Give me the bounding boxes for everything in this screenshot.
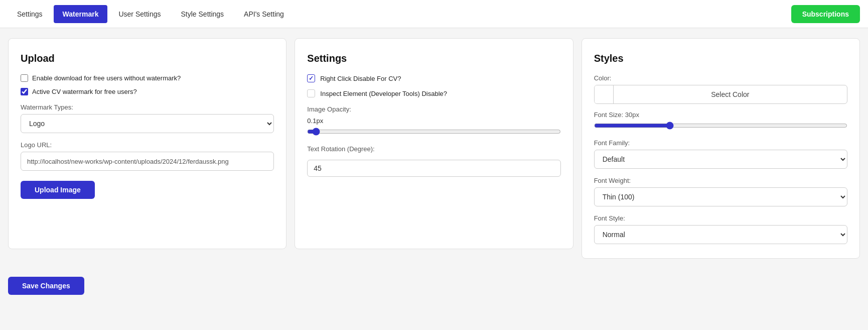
font-size-range-input[interactable] <box>594 122 847 130</box>
watermark-type-select[interactable]: Logo Text <box>21 114 274 133</box>
font-style-select[interactable]: Normal Italic Oblique <box>594 225 847 244</box>
text-rotation-input[interactable] <box>307 160 560 177</box>
tab-user-settings[interactable]: User Settings <box>109 5 170 23</box>
font-size-label: Font Size: 30px <box>594 111 847 119</box>
enable-download-row: Enable download for free users without w… <box>21 74 274 82</box>
logo-url-label: Logo URL: <box>21 141 274 149</box>
tab-watermark[interactable]: Watermark <box>54 5 108 23</box>
top-navigation: Settings Watermark User Settings Style S… <box>0 0 868 28</box>
font-weight-select[interactable]: Thin (100) Light (300) Normal (400) Bold… <box>594 187 847 206</box>
save-changes-button[interactable]: Save Changes <box>8 277 84 295</box>
bottom-bar: Save Changes <box>0 269 868 303</box>
settings-card-title: Settings <box>307 53 560 64</box>
color-label: Color: <box>594 74 847 82</box>
color-picker-row[interactable]: Select Color <box>594 85 847 104</box>
active-cv-watermark-row: Active CV watermark for free users? <box>21 88 274 95</box>
tab-style-settings[interactable]: Style Settings <box>172 5 233 23</box>
inspect-element-label: Inspect Element (Developer Tools) Disabl… <box>320 90 447 97</box>
font-style-label: Font Style: <box>594 214 847 222</box>
opacity-range-input[interactable] <box>307 128 560 136</box>
upload-card: Upload Enable download for free users wi… <box>8 38 286 249</box>
text-rotation-label: Text Rotation (Degree): <box>307 145 560 153</box>
active-cv-watermark-checkbox[interactable] <box>21 88 28 95</box>
enable-download-label: Enable download for free users without w… <box>32 74 181 82</box>
styles-card: Styles Color: Select Color Font Size: 30… <box>582 38 860 259</box>
active-cv-watermark-label: Active CV watermark for free users? <box>32 88 137 95</box>
opacity-range-container: 0.1px <box>307 117 560 137</box>
upload-card-title: Upload <box>21 53 274 64</box>
enable-download-checkbox[interactable] <box>21 74 28 82</box>
right-click-checkbox[interactable] <box>307 74 315 82</box>
tab-settings[interactable]: Settings <box>8 5 52 23</box>
right-click-label: Right Click Disable For CV? <box>320 75 401 82</box>
inspect-element-row: Inspect Element (Developer Tools) Disabl… <box>307 89 560 97</box>
color-select-label[interactable]: Select Color <box>614 85 847 104</box>
image-opacity-label: Image Opacity: <box>307 105 560 113</box>
subscriptions-button[interactable]: Subscriptions <box>791 5 860 23</box>
styles-card-title: Styles <box>594 53 847 64</box>
font-size-slider-wrapper <box>594 122 847 131</box>
inspect-element-checkbox[interactable] <box>307 89 315 97</box>
font-family-label: Font Family: <box>594 139 847 147</box>
upload-image-button[interactable]: Upload Image <box>21 181 95 199</box>
opacity-value: 0.1px <box>307 117 560 125</box>
right-click-row: Right Click Disable For CV? <box>307 74 560 82</box>
nav-tabs: Settings Watermark User Settings Style S… <box>8 0 293 28</box>
color-swatch[interactable] <box>595 85 614 104</box>
settings-card: Settings Right Click Disable For CV? Ins… <box>295 38 573 249</box>
logo-url-input[interactable] <box>21 152 274 171</box>
main-content: Upload Enable download for free users wi… <box>0 28 868 269</box>
tab-api-setting[interactable]: API's Setting <box>235 5 293 23</box>
font-weight-label: Font Weight: <box>594 177 847 184</box>
watermark-types-label: Watermark Types: <box>21 103 274 111</box>
font-family-select[interactable]: Default Arial Times New Roman Courier <box>594 150 847 169</box>
